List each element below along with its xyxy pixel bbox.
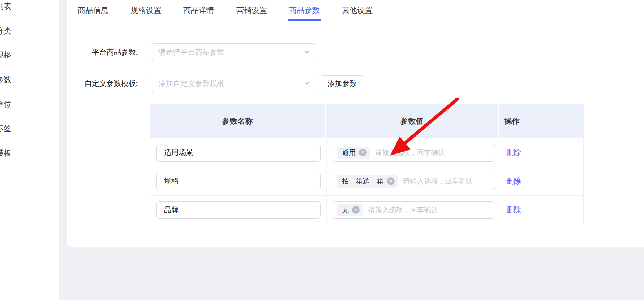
param-value-input[interactable]: 拍一箱送一箱✕ 请输入选项，回车确认 xyxy=(333,173,495,190)
header-action: 操作 xyxy=(499,104,583,138)
platform-param-label: 平台商品参数: xyxy=(67,43,138,61)
value-placeholder: 请输入选项，回车确认 xyxy=(368,205,438,215)
sidebar-item-tag[interactable]: 标签 xyxy=(0,123,25,134)
header-param-name: 参数名称 xyxy=(150,104,326,138)
content-card: 商品信息 规格设置 商品详情 营销设置 商品参数 其他设置 平台商品参数: 请选… xyxy=(67,0,644,247)
tab-spec-settings[interactable]: 规格设置 xyxy=(131,0,161,21)
platform-param-placeholder: 请选择平台商品参数 xyxy=(158,47,224,57)
value-placeholder: 请输入选项，回车确认 xyxy=(403,177,473,186)
delete-link[interactable]: 删除 xyxy=(506,205,521,215)
tab-product-params[interactable]: 商品参数 xyxy=(289,0,320,21)
tab-product-info[interactable]: 商品信息 xyxy=(78,0,109,21)
tab-marketing[interactable]: 营销设置 xyxy=(236,0,267,21)
sidebar-item-list[interactable]: 列表 xyxy=(0,1,25,12)
param-value-input[interactable]: 无✕ 请输入选项，回车确认 xyxy=(333,201,495,219)
param-name-input[interactable]: 适用场景 xyxy=(156,144,321,162)
value-tag: 拍一箱送一箱✕ xyxy=(337,175,398,188)
delete-link[interactable]: 删除 xyxy=(506,148,521,158)
sidebar-item-template[interactable]: 模板 xyxy=(0,148,25,159)
value-placeholder: 请输入选项，回车确认 xyxy=(375,148,445,158)
tag-close-icon[interactable]: ✕ xyxy=(359,149,367,156)
sidebar: 列表 分类 规格 参数 单位 标签 模板 xyxy=(0,0,59,300)
params-table: 参数名称 参数值 操作 适用场景 通用✕ 请输入选项，回车确认 删除 规格 xyxy=(150,104,584,224)
param-value-input[interactable]: 通用✕ 请输入选项，回车确认 xyxy=(333,144,495,162)
value-tag: 无✕ xyxy=(337,204,363,216)
tag-close-icon[interactable]: ✕ xyxy=(387,177,395,185)
table-row: 品牌 无✕ 请输入选项，回车确认 删除 xyxy=(150,195,583,224)
custom-template-label: 自定义参数模板: xyxy=(67,75,138,92)
custom-template-placeholder: 添加自定义参数模板 xyxy=(158,79,224,88)
tag-close-icon[interactable]: ✕ xyxy=(352,206,360,214)
tab-other-settings[interactable]: 其他设置 xyxy=(342,0,373,21)
sidebar-item-param[interactable]: 参数 xyxy=(0,74,25,85)
tab-product-detail[interactable]: 商品详情 xyxy=(183,0,214,21)
param-name-input[interactable]: 品牌 xyxy=(156,201,321,219)
header-param-value: 参数值 xyxy=(326,104,499,138)
table-row: 规格 拍一箱送一箱✕ 请输入选项，回车确认 删除 xyxy=(150,167,583,195)
tab-bar: 商品信息 规格设置 商品详情 营销设置 商品参数 其他设置 xyxy=(67,0,644,21)
table-header-row: 参数名称 参数值 操作 xyxy=(150,104,583,138)
chevron-down-icon xyxy=(304,80,310,87)
sidebar-item-category[interactable]: 分类 xyxy=(0,25,25,36)
add-param-button[interactable]: 添加参数 xyxy=(319,75,365,91)
custom-template-select[interactable]: 添加自定义参数模板 xyxy=(151,75,316,92)
table-row: 适用场景 通用✕ 请输入选项，回车确认 删除 xyxy=(150,138,583,167)
chevron-down-icon xyxy=(304,49,310,55)
delete-link[interactable]: 删除 xyxy=(506,176,521,186)
value-tag: 通用✕ xyxy=(337,147,370,159)
platform-param-select[interactable]: 请选择平台商品参数 xyxy=(151,43,316,61)
sidebar-item-unit[interactable]: 单位 xyxy=(0,99,25,110)
sidebar-item-spec[interactable]: 规格 xyxy=(0,50,25,61)
param-name-input[interactable]: 规格 xyxy=(156,173,321,190)
